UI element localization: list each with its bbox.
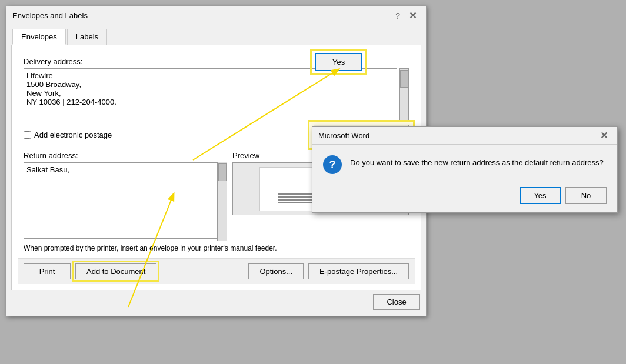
word-dialog-footer: Yes No xyxy=(312,182,617,212)
word-dialog-title: Microsoft Word xyxy=(318,131,369,140)
delivery-textarea[interactable]: Lifewire 1500 Broadway, New York, NY 100… xyxy=(24,68,397,121)
options-button[interactable]: Options... xyxy=(248,263,304,279)
return-scrollbar[interactable] xyxy=(217,162,227,241)
printer-instruction: When prompted by the printer, insert an … xyxy=(24,244,409,252)
yes-button-highlight: Yes xyxy=(315,53,362,71)
epostage-properties-button[interactable]: E-postage Properties... xyxy=(308,263,409,279)
delivery-wrapper: Lifewire 1500 Broadway, New York, NY 100… xyxy=(24,68,409,121)
word-dialog-close-button[interactable]: ✕ xyxy=(597,130,611,142)
add-postage-label: Add electronic postage xyxy=(34,131,112,139)
return-textarea-wrapper: Saikat Basu, xyxy=(24,162,227,241)
return-col: Return address: Saikat Basu, xyxy=(24,151,227,241)
word-yes-button[interactable]: Yes xyxy=(520,187,561,204)
microsoft-word-dialog: Microsoft Word ✕ ? Do you want to save t… xyxy=(312,126,618,213)
print-button[interactable]: Print xyxy=(24,263,71,279)
dialog-titlebar: Envelopes and Labels ? ✕ xyxy=(6,6,426,25)
return-scrollbar-thumb xyxy=(218,163,227,181)
question-icon: ? xyxy=(323,155,342,174)
scrollbar-thumb xyxy=(400,70,408,88)
return-label: Return address: xyxy=(24,151,227,160)
add-to-doc-footer-wrapper: Add to Document xyxy=(75,263,156,279)
titlebar-controls: ? ✕ xyxy=(392,10,420,22)
yes-main-button[interactable]: Yes xyxy=(315,53,362,71)
word-dialog-titlebar: Microsoft Word ✕ xyxy=(312,127,617,145)
help-button[interactable]: ? xyxy=(392,11,403,21)
dialog-footer: Print Add to Document Options... E-posta… xyxy=(18,258,415,284)
word-dialog-body: ? Do you want to save the new return add… xyxy=(312,145,617,182)
add-to-document-footer-button[interactable]: Add to Document xyxy=(75,263,156,279)
yes-button-wrapper: Yes xyxy=(315,53,362,71)
postage-checkbox-row: Add electronic postage xyxy=(24,131,112,139)
close-row: Close xyxy=(6,290,426,316)
tab-labels[interactable]: Labels xyxy=(67,29,107,45)
return-textarea[interactable]: Saikat Basu, xyxy=(24,162,227,239)
add-postage-checkbox[interactable] xyxy=(24,131,31,139)
word-dialog-message: Do you want to save the new return addre… xyxy=(350,155,604,168)
tab-envelopes[interactable]: Envelopes xyxy=(12,29,66,45)
close-dialog-button[interactable]: Close xyxy=(373,294,420,310)
word-no-button[interactable]: No xyxy=(565,187,607,204)
delivery-scrollbar[interactable] xyxy=(399,68,409,121)
dialog-title: Envelopes and Labels xyxy=(12,11,88,20)
close-button[interactable]: ✕ xyxy=(405,10,420,22)
env-line xyxy=(278,202,313,203)
tab-bar: Envelopes Labels xyxy=(6,25,426,45)
